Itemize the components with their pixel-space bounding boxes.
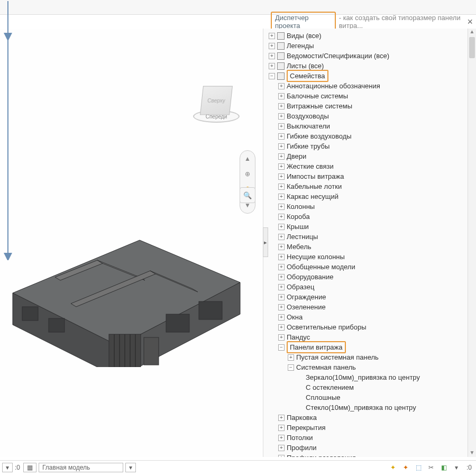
expander-icon[interactable]: + [278, 294, 285, 300]
expander-icon[interactable]: + [278, 83, 285, 89]
tree-item-family[interactable]: +Колонны [278, 202, 476, 212]
nav-wheel-center-icon[interactable]: ⊕ [245, 171, 250, 177]
tree-item-family[interactable]: +Ограждение [278, 292, 476, 302]
expander-icon[interactable]: + [278, 113, 285, 120]
status-icon-1[interactable]: ✦ [388, 464, 398, 471]
tree-item-family[interactable]: +Жесткие связи [278, 161, 476, 171]
scrollbar-vertical[interactable]: ▲ ▼ [468, 29, 476, 457]
tree-item-family[interactable]: +Озеленение [278, 302, 476, 312]
expander-icon[interactable]: + [269, 33, 275, 39]
tree-item-family[interactable]: +Профили [278, 443, 476, 453]
expander-icon[interactable]: + [278, 254, 285, 260]
tree-item-family[interactable]: +Импосты витража [278, 171, 476, 181]
status-model-select[interactable]: Главная модель [39, 463, 123, 472]
nav-wheel-down-icon[interactable]: ▼ [244, 202, 251, 208]
expander-icon[interactable]: + [269, 53, 275, 59]
expander-icon[interactable]: + [278, 93, 285, 99]
tree-item-top[interactable]: +Легенды [269, 41, 476, 51]
tree-item-family[interactable]: +Двери [278, 151, 476, 161]
status-icon-3[interactable]: ⬚ [414, 464, 423, 471]
tree-item-families[interactable]: −Семейства [269, 71, 476, 81]
expander-icon[interactable]: + [278, 133, 285, 140]
expander-icon[interactable]: + [278, 123, 285, 130]
tree-item-family[interactable]: +Обобщенные модели [278, 262, 476, 272]
expander-icon[interactable]: + [278, 153, 285, 160]
tree-item-family[interactable]: +Гибкие воздуховоды [278, 131, 476, 141]
tree-item-family[interactable]: +Осветительные приборы [278, 322, 476, 332]
expander-icon[interactable]: + [278, 103, 285, 109]
tree-item-top[interactable]: +Виды (все) [269, 31, 476, 41]
expander-icon[interactable]: + [288, 354, 294, 361]
expander-icon[interactable]: + [278, 324, 285, 331]
nav-wheel[interactable]: ▲ ⊕ ✋ ▼ [240, 150, 255, 214]
expander-icon[interactable]: + [278, 194, 285, 200]
expander-icon[interactable]: − [269, 73, 275, 79]
tree-item-family[interactable]: +Кабельные лотки [278, 181, 476, 191]
expander-icon[interactable]: + [278, 425, 285, 431]
expander-icon[interactable]: + [278, 173, 285, 180]
tree-item-family[interactable]: +Лестницы [278, 232, 476, 242]
project-browser[interactable]: +Виды (все)+Легенды+Ведомости/Спецификац… [263, 29, 476, 457]
tree-item-family[interactable]: +Оборудование [278, 272, 476, 282]
tree-item-top[interactable]: +Ведомости/Спецификации (все) [269, 51, 476, 61]
expander-icon[interactable]: + [278, 224, 285, 230]
tree-item-family[interactable]: +Мебель [278, 242, 476, 252]
filter-icon[interactable]: ▾ [452, 464, 461, 471]
tree-item-family[interactable]: +Крыши [278, 222, 476, 232]
scroll-down-icon[interactable]: ▼ [468, 450, 476, 457]
tree[interactable]: +Виды (все)+Легенды+Ведомости/Спецификац… [263, 31, 476, 457]
expander-icon[interactable]: + [278, 284, 285, 290]
tree-item-family[interactable]: +Окна [278, 312, 476, 322]
expander-icon[interactable]: + [278, 244, 285, 250]
expander-icon[interactable]: + [278, 415, 285, 421]
status-dropdown-1[interactable]: ▾ [2, 463, 13, 472]
expander-icon[interactable]: + [278, 334, 285, 341]
tree-item-system-panel[interactable]: −Системная панель [288, 362, 476, 372]
tree-item-panel-type[interactable]: С остеклением [297, 382, 476, 392]
close-icon[interactable]: × [467, 16, 473, 28]
expander-icon[interactable]: + [278, 455, 285, 457]
tree-item-family[interactable]: +Гибкие трубы [278, 141, 476, 151]
status-icon-sheet[interactable]: ▦ [23, 463, 36, 472]
tree-item-family[interactable]: +Потолки [278, 433, 476, 443]
expander-icon[interactable]: + [278, 214, 285, 220]
tree-item-family[interactable]: +Перекрытия [278, 423, 476, 433]
tree-item-curtain-panels[interactable]: −Панели витража [278, 342, 476, 352]
zoom-tool[interactable]: 🔍 [240, 187, 255, 203]
tree-item-family[interactable]: +Витражные системы [278, 101, 476, 111]
expander-icon[interactable]: + [278, 264, 285, 270]
expander-icon[interactable]: − [278, 344, 285, 351]
status-icon-4[interactable]: ✂ [426, 464, 436, 471]
expander-icon[interactable]: + [278, 184, 285, 190]
scroll-up-icon[interactable]: ▲ [468, 29, 476, 36]
tree-item-family[interactable]: +Несущие колонны [278, 252, 476, 262]
scroll-thumb[interactable] [469, 37, 475, 58]
expander-icon[interactable]: + [278, 304, 285, 310]
expander-icon[interactable]: + [278, 274, 285, 280]
expander-icon[interactable]: + [278, 314, 285, 321]
panel-collapse-tab[interactable]: ▸ [263, 227, 268, 257]
tree-item-family[interactable]: +Профили разделения [278, 453, 476, 457]
expander-icon[interactable]: + [278, 163, 285, 170]
viewport-3d[interactable]: Сверху Спереди ▲ ⊕ ✋ ▼ 🔍 [0, 29, 263, 457]
status-icon-5[interactable]: ◧ [439, 464, 448, 471]
tree-item-panel-type[interactable]: Сплошные [297, 392, 476, 402]
tree-item-panel-type[interactable]: Стекло(10мм)_привязка по центру [297, 402, 476, 413]
viewcube-face[interactable]: Сверху [200, 86, 233, 115]
status-icon-2[interactable]: ✦ [401, 464, 410, 471]
expander-icon[interactable]: + [278, 234, 285, 240]
tree-item-family[interactable]: +Воздуховоды [278, 111, 476, 121]
expander-icon[interactable]: + [278, 204, 285, 210]
tree-item-panel-type[interactable]: Зеркало(10мм)_привязка по центру [297, 372, 476, 382]
tree-item-family[interactable]: +Выключатели [278, 121, 476, 131]
tree-item-curtain-empty[interactable]: +Пустая системная панель [288, 352, 476, 362]
expander-icon[interactable]: + [278, 435, 285, 441]
viewcube[interactable]: Сверху Спереди [188, 76, 244, 132]
expander-icon[interactable]: + [269, 63, 275, 69]
tree-item-family[interactable]: +Балочные системы [278, 91, 476, 101]
expander-icon[interactable]: + [278, 143, 285, 150]
tree-item-family[interactable]: +Короба [278, 212, 476, 222]
tree-item-family[interactable]: +Образец [278, 282, 476, 292]
tree-item-family[interactable]: +Аннотационные обозначения [278, 81, 476, 91]
status-dropdown-2[interactable]: ▾ [125, 463, 136, 472]
